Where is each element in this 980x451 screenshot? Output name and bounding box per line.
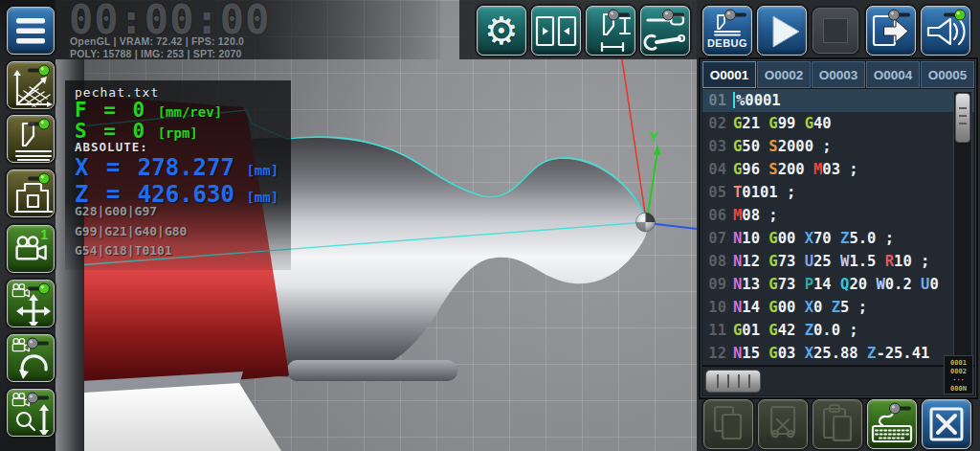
vertical-scroll-thumb[interactable] <box>955 93 970 143</box>
close-icon <box>923 400 970 448</box>
camera-number-badge: 1 <box>40 227 48 242</box>
code-line-06[interactable]: 06M08 ; <box>702 204 974 227</box>
code-line-07[interactable]: 07N10 G00 X70 Z5.0 ; <box>702 227 974 250</box>
coordinate-mode-label: ABSOLUTE: <box>75 140 148 154</box>
toggle-off-lever <box>26 392 51 404</box>
gcode-listing: 01%000102G21 G99 G4003G50 S2000 ;04G96 S… <box>702 89 974 365</box>
paste-button[interactable] <box>813 399 862 449</box>
workpiece <box>241 138 648 377</box>
carriage-white-block <box>82 383 281 451</box>
tool-tip-dark-quadrant <box>646 213 656 222</box>
modal-group-line1: G28|G00|G97 <box>75 204 157 218</box>
chuck-doors-button[interactable] <box>531 6 581 56</box>
tab-O0003[interactable]: O0003 <box>812 61 865 88</box>
code-line-01[interactable]: 01%0001 <box>702 89 974 112</box>
toggle-on-lever <box>26 118 51 130</box>
toggle-machine-housing-button[interactable] <box>7 169 55 217</box>
code-line-03[interactable]: 03G50 S2000 ; <box>702 135 974 158</box>
stop-icon <box>823 18 848 43</box>
single-block-button[interactable] <box>866 6 916 56</box>
program-file-name: pechat.txt <box>75 85 159 100</box>
cnc-simulator-app: Y 00:00:00 OpenGL | VRAM: 72.42 | FPS: 1… <box>0 0 980 451</box>
x-axis-readout: X = 278.277 [mm] <box>75 154 278 181</box>
stop-button[interactable] <box>813 8 858 54</box>
tool-measure-button[interactable] <box>586 6 635 56</box>
y-axis-arrowhead <box>654 145 661 155</box>
code-line-02[interactable]: 02G21 G99 G40 <box>702 112 974 135</box>
copy-icon <box>704 400 752 448</box>
toggle-on-lever <box>26 172 51 185</box>
code-line-08[interactable]: 08N12 G73 U25 W1.5 R10 ; <box>702 250 974 273</box>
y-axis-line <box>647 150 657 221</box>
program-page-indicator: 00010002···000N <box>944 355 973 395</box>
tab-O0001[interactable]: O0001 <box>702 61 756 88</box>
toggle-grid-axes-button[interactable] <box>7 61 55 109</box>
play-icon <box>758 7 806 55</box>
program-tab-bar: O0001O0002O0003O0004O0005 <box>702 61 974 88</box>
tools-setup-button[interactable] <box>640 6 690 56</box>
toggle-on-lever <box>26 64 51 77</box>
doors-icon <box>532 7 580 55</box>
y-axis-label: Y <box>649 128 658 145</box>
camera-pan-button[interactable] <box>7 280 55 327</box>
tab-O0002[interactable]: O0002 <box>757 61 811 88</box>
feed-readout: F = 0 [mm/rev] <box>75 99 222 122</box>
camera-zoom-button[interactable] <box>7 389 55 437</box>
way-cover-cylinder <box>287 360 457 381</box>
gear-icon: ⚙ <box>484 9 519 53</box>
copy-button[interactable] <box>703 399 753 449</box>
editor-vertical-scrollbar[interactable] <box>953 91 972 362</box>
main-menu-button[interactable] <box>7 7 55 55</box>
timer-panel: 00:00:00 OpenGL | VRAM: 72.42 | FPS: 120… <box>56 0 440 59</box>
tab-O0005[interactable]: O0005 <box>921 61 974 88</box>
settings-button[interactable]: ⚙ <box>477 6 526 56</box>
code-line-09[interactable]: 09N13 G73 P14 Q20 W0.2 U0 <box>702 273 974 296</box>
toggle-off-lever <box>607 9 632 21</box>
toggle-off-lever <box>888 402 913 415</box>
sound-toggle-button[interactable] <box>921 6 970 56</box>
cut-scissors-icon <box>759 400 807 448</box>
gcode-editor-panel: O0001O0002O0003O0004O0005 01%000102G21 G… <box>701 59 976 397</box>
toggle-off-lever <box>26 337 51 350</box>
toggle-off-lever <box>887 9 912 21</box>
play-button[interactable] <box>757 6 807 56</box>
paste-clipboard-icon <box>813 400 861 448</box>
modal-group-line2: G99|G21|G40|G80 <box>75 224 187 238</box>
debug-mode-button[interactable]: DEBUG <box>702 6 752 56</box>
editor-horizontal-scrollbar[interactable] <box>705 370 761 393</box>
modal-group-line3: G54|G18|T0101 <box>75 243 172 258</box>
editor-bottom-bar <box>702 366 974 395</box>
toggle-off-lever <box>724 9 748 21</box>
hamburger-icon <box>9 9 53 53</box>
render-stats-line2: POLY: 15788 | IMG: 253 | SPT: 2070 <box>70 48 244 60</box>
toggle-on-lever <box>26 282 51 295</box>
debug-button-label: DEBUG <box>707 37 747 49</box>
code-line-05[interactable]: 05T0101 ; <box>702 181 974 204</box>
toggle-off-lever <box>661 9 686 21</box>
toggle-on-lever <box>942 9 967 21</box>
render-stats-line1: OpenGL | VRAM: 72.42 | FPS: 120.0 <box>70 35 244 48</box>
dro-readout-panel: pechat.txt F = 0 [mm/rev] S = 0 [rpm] AB… <box>65 80 291 270</box>
z-axis-line <box>648 223 697 229</box>
cut-button[interactable] <box>758 399 808 449</box>
code-line-12[interactable]: 12N15 G03 X25.88 Z-25.41 <box>702 342 974 365</box>
virtual-keyboard-button[interactable] <box>867 399 917 449</box>
toggle-tool-display-button[interactable] <box>7 115 55 163</box>
close-editor-button[interactable] <box>922 399 971 449</box>
tab-O0004[interactable]: O0004 <box>866 61 920 88</box>
code-line-04[interactable]: 04G96 S200 M03 ; <box>702 158 974 181</box>
code-line-10[interactable]: 10N14 G00 X0 Z5 ; <box>702 296 974 319</box>
code-line-11[interactable]: 11G01 G42 Z0.0 ; <box>702 319 974 342</box>
camera-view-1-button[interactable]: 1 <box>7 225 55 273</box>
camera-rotate-button[interactable] <box>7 334 55 382</box>
